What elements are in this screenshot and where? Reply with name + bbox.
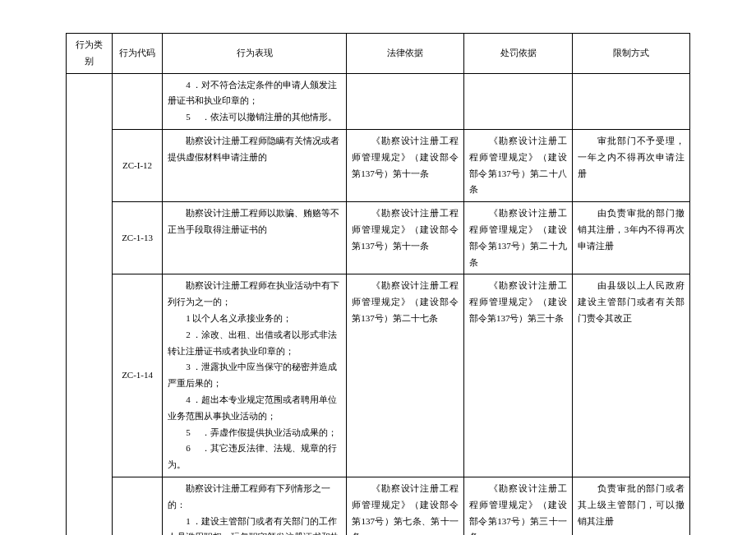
behavior-line: 勘察设计注册工程师以欺骗、贿赂等不正当手段取得注册证书的	[168, 208, 339, 234]
punish-cell: 《勘察设计注册工程师管理规定》（建设部令第137号）第二十八条	[463, 129, 572, 201]
behavior-line: 3 ．泄露执业中应当保守的秘密并造成严重后果的；	[168, 362, 337, 388]
behavior-cell: 勘察设计注册工程师有下列情形之一的： 1 ．建设主管部门或者有关部门的工作人员滥…	[163, 477, 347, 535]
legal-cell: 《勘察设计注册工程师管理规定》（建设部令第137号）第十一条	[347, 202, 464, 274]
behavior-line: 5 ．依法可以撤销注册的其他情形。	[168, 112, 337, 122]
limit-cell: 由县级以上人民政府建设主管部门或者有关部门责令其改正	[573, 274, 690, 477]
code-cell: ZC-1-15	[113, 477, 163, 535]
limit-cell: 审批部门不予受理，一年之内不得再次申请注册	[573, 129, 690, 201]
behavior-line: 勘察设计注册工程师在执业活动中有下列行为之一的；	[168, 280, 339, 307]
punish-cell: 《勘察设计注册工程师管理规定》（建设部令第137号）第三十条	[463, 274, 572, 477]
behavior-line: 1 以个人名义承接业务的；	[168, 313, 292, 323]
behavior-line: 2 ．涂改、出租、出借或者以形式非法转让注册证书或者执业印章的；	[168, 330, 337, 356]
behavior-line: 6 ．其它违反法律、法规、规章的行为。	[168, 443, 337, 469]
code-cell: ZC-1-14	[113, 274, 163, 477]
header-category: 行为类别	[67, 34, 113, 74]
code-cell: ZC-1-13	[113, 202, 163, 274]
punish-cell	[463, 73, 572, 129]
limit-cell: 由负责审批的部门撤销其注册，3年内不得再次申请注册	[573, 202, 690, 274]
header-behavior: 行为表现	[163, 34, 347, 74]
code-cell: ZC-I-12	[113, 129, 163, 201]
behavior-cell: 勘察设计注册工程师以欺骗、贿赂等不正当手段取得注册证书的	[163, 202, 347, 274]
legal-cell: 《勘察设计注册工程师管理规定》（建设部令第137号）第二十七条	[347, 274, 464, 477]
category-cell	[67, 73, 113, 535]
punish-cell: 《勘察设计注册工程师管理规定》（建设部令第137号）第三十一条	[463, 477, 572, 535]
code-cell	[113, 73, 163, 129]
header-punish: 处罚依据	[463, 34, 572, 74]
table-row: 4 ．对不符合法定条件的申请人颁发注册证书和执业印章的； 5 ．依法可以撤销注册…	[67, 73, 690, 129]
legal-cell: 《勘察设计注册工程师管理规定》（建设部令第137号）第七条、第十一条	[347, 477, 464, 535]
limit-cell	[573, 73, 690, 129]
legal-cell	[347, 73, 464, 129]
table-header-row: 行为类别 行为代码 行为表现 法律依据 处罚依据 限制方式	[67, 34, 690, 74]
behavior-line: 1 ．建设主管部门或者有关部门的工作人员滥用职权、玩忽职守颁发注册证书和执业印章…	[168, 516, 339, 535]
table-row: ZC-1-14 勘察设计注册工程师在执业活动中有下列行为之一的； 1 以个人名义…	[67, 274, 690, 477]
punish-cell: 《勘察设计注册工程师管理规定》（建设部令第137号）第二十九条	[463, 202, 572, 274]
behavior-line: 勘察设计注册工程师隐瞒有关情况或者提供虚假材料申请注册的	[168, 136, 339, 162]
table-row: ZC-1-13 勘察设计注册工程师以欺骗、贿赂等不正当手段取得注册证书的 《勘察…	[67, 202, 690, 274]
behavior-cell: 勘察设计注册工程师在执业活动中有下列行为之一的； 1 以个人名义承接业务的； 2…	[163, 274, 347, 477]
table-row: ZC-I-12 勘察设计注册工程师隐瞒有关情况或者提供虚假材料申请注册的 《勘察…	[67, 129, 690, 201]
behavior-line: 4 ．超出本专业规定范围或者聘用单位业务范围从事执业活动的；	[168, 394, 337, 421]
legal-cell: 《勘察设计注册工程师管理规定》（建设部令第137号）第十一条	[347, 129, 464, 201]
header-code: 行为代码	[113, 34, 163, 74]
behavior-line: 勘察设计注册工程师有下列情形之一的：	[168, 483, 330, 510]
header-limit: 限制方式	[573, 34, 690, 74]
behavior-line: 4 ．对不符合法定条件的申请人颁发注册证书和执业印章的；	[168, 80, 337, 106]
header-legal: 法律依据	[347, 34, 464, 74]
behavior-line: 5 ．弄虚作假提供执业活动成果的；	[168, 427, 337, 437]
regulations-table: 行为类别 行为代码 行为表现 法律依据 处罚依据 限制方式 4 ．对不符合法定条…	[66, 33, 690, 535]
limit-cell: 负责审批的部门或者其上级主管部门，可以撤销其注册	[573, 477, 690, 535]
behavior-cell: 勘察设计注册工程师隐瞒有关情况或者提供虚假材料申请注册的	[163, 129, 347, 201]
table-row: ZC-1-15 勘察设计注册工程师有下列情形之一的： 1 ．建设主管部门或者有关…	[67, 477, 690, 535]
behavior-cell: 4 ．对不符合法定条件的申请人颁发注册证书和执业印章的； 5 ．依法可以撤销注册…	[163, 73, 347, 129]
